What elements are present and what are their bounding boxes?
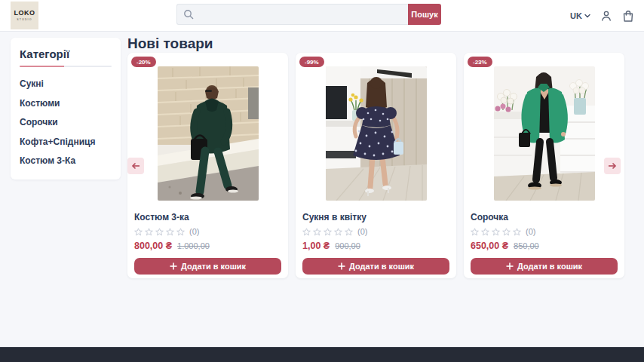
star-icon <box>313 228 321 236</box>
sidebar-item-kostium-3ka[interactable]: Костюм 3-Ка <box>20 154 112 167</box>
product-name[interactable]: Костюм 3-ка <box>134 212 281 222</box>
sidebar-item-kostiumy[interactable]: Костюми <box>20 97 112 110</box>
logo-subtitle: STUDIO <box>17 18 32 21</box>
product-image[interactable] <box>326 66 427 201</box>
categories-panel: Категорії Сукні Костюми Сорочки Кофта+Сп… <box>11 38 121 179</box>
product-price: 1,00 ₴ <box>302 241 330 251</box>
product-name[interactable]: Сукня в квітку <box>302 212 449 222</box>
star-icon <box>134 228 143 236</box>
search-bar: Пошук <box>176 4 441 25</box>
sidebar-item-sukni[interactable]: Сукні <box>20 77 112 90</box>
add-to-cart-button[interactable]: Додати в кошик <box>302 258 449 275</box>
search-icon <box>183 9 194 23</box>
discount-badge: -99% <box>299 57 324 67</box>
product-old-price: 850,00 <box>514 241 539 250</box>
star-icon <box>324 228 332 236</box>
rating: (0) <box>302 227 449 236</box>
store-logo[interactable]: LOKO STUDIO <box>11 2 38 29</box>
plus-icon <box>506 262 514 270</box>
header: LOKO STUDIO Пошук UK <box>0 0 644 32</box>
star-icon <box>481 228 489 236</box>
star-icon <box>334 228 342 236</box>
page-title: Нові товари <box>127 35 213 52</box>
logo-title: LOKO <box>14 10 35 17</box>
add-to-cart-button[interactable]: Додати в кошик <box>134 258 281 275</box>
language-label: UK <box>570 11 582 20</box>
product-image[interactable] <box>158 66 259 201</box>
search-button[interactable]: Пошук <box>408 4 441 25</box>
sidebar-item-kofta-spidnytsia[interactable]: Кофта+Спідниця <box>20 135 112 149</box>
star-icon <box>145 228 153 236</box>
star-icon <box>166 228 174 236</box>
add-to-cart-label: Додати в кошик <box>181 262 246 271</box>
product-price: 800,00 ₴ <box>134 241 172 251</box>
product-card: -23% <box>464 53 624 278</box>
language-selector[interactable]: UK <box>570 11 590 20</box>
star-icon <box>471 228 479 236</box>
chevron-down-icon <box>584 14 590 18</box>
star-icon <box>492 228 500 236</box>
cart-button[interactable] <box>622 10 634 23</box>
arrow-left-icon <box>131 162 140 170</box>
discount-badge: -23% <box>468 57 492 67</box>
product-name[interactable]: Сорочка <box>471 212 618 222</box>
user-icon <box>600 10 612 22</box>
product-old-price: 1.000,00 <box>177 241 210 250</box>
star-icon <box>302 228 311 236</box>
rating-count: (0) <box>357 227 367 236</box>
categories-list: Сукні Костюми Сорочки Кофта+Спідниця Кос… <box>20 77 112 167</box>
rating: (0) <box>134 227 281 236</box>
add-to-cart-label: Додати в кошик <box>349 262 414 271</box>
arrow-right-icon <box>608 162 617 170</box>
search-input[interactable] <box>176 4 408 25</box>
star-icon <box>513 228 521 236</box>
product-price: 650,00 ₴ <box>471 241 508 251</box>
plus-icon <box>170 262 177 270</box>
rating: (0) <box>471 227 618 236</box>
account-button[interactable] <box>600 10 612 22</box>
star-icon <box>502 228 511 236</box>
star-icon <box>345 228 353 236</box>
star-icon <box>155 228 164 236</box>
rating-count: (0) <box>526 227 535 236</box>
product-image[interactable] <box>494 66 595 201</box>
carousel-next-button[interactable] <box>604 158 621 174</box>
carousel-prev-button[interactable] <box>127 158 144 174</box>
add-to-cart-button[interactable]: Додати в кошик <box>471 258 618 275</box>
categories-divider <box>20 66 112 67</box>
header-actions: UK <box>570 0 634 32</box>
product-card: -20% <box>127 53 288 278</box>
rating-count: (0) <box>189 227 199 236</box>
discount-badge: -20% <box>131 57 156 67</box>
plus-icon <box>338 262 345 270</box>
footer <box>0 347 644 362</box>
sidebar-item-sorochky[interactable]: Сорочки <box>20 115 112 129</box>
star-icon <box>176 228 185 236</box>
product-card: -99% <box>296 53 456 278</box>
categories-title: Категорії <box>20 48 112 60</box>
shopping-bag-icon <box>622 10 634 23</box>
add-to-cart-label: Додати в кошик <box>517 262 582 271</box>
product-old-price: 900,00 <box>335 241 360 250</box>
